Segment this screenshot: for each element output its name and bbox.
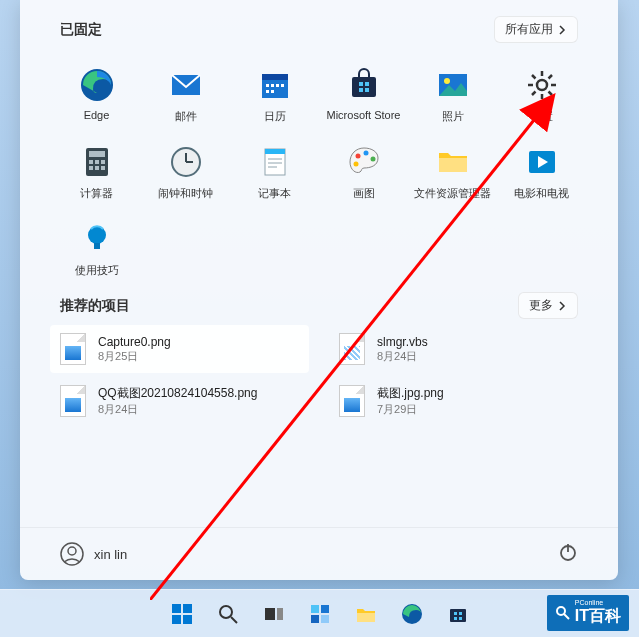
store-button[interactable]	[438, 594, 478, 634]
app-edge[interactable]: Edge	[52, 59, 141, 132]
file-name: Capture0.png	[98, 335, 171, 349]
folder-icon	[354, 602, 378, 626]
search-icon	[555, 605, 571, 621]
photos-icon	[435, 67, 471, 103]
calculator-icon	[79, 144, 115, 180]
notepad-icon	[257, 144, 293, 180]
svg-rect-61	[265, 608, 275, 620]
svg-rect-4	[266, 84, 269, 87]
svg-point-16	[444, 78, 450, 84]
all-apps-button[interactable]: 所有应用	[494, 16, 578, 43]
app-label: 使用技巧	[75, 263, 119, 278]
recommended-item[interactable]: slmgr.vbs 8月24日	[329, 325, 588, 373]
file-date: 8月25日	[98, 349, 171, 364]
svg-rect-66	[321, 615, 329, 623]
svg-rect-65	[311, 615, 319, 623]
recommended-header: 推荐的项目 更多	[20, 286, 618, 325]
app-label: Edge	[84, 109, 110, 121]
svg-rect-14	[365, 88, 369, 92]
svg-line-25	[532, 92, 536, 96]
svg-rect-9	[271, 90, 274, 93]
user-account-button[interactable]: xin lin	[60, 542, 127, 566]
watermark-big: IT百科	[575, 606, 621, 627]
svg-rect-56	[183, 604, 192, 613]
svg-line-24	[548, 75, 552, 79]
svg-rect-3	[262, 74, 288, 80]
app-tips[interactable]: 使用技巧	[52, 213, 141, 286]
svg-rect-71	[459, 612, 462, 615]
app-mail[interactable]: 邮件	[141, 59, 230, 132]
edge-icon	[400, 602, 424, 626]
watermark-small: PConline	[575, 599, 621, 606]
widgets-button[interactable]	[300, 594, 340, 634]
user-icon	[60, 542, 84, 566]
edge-button[interactable]	[392, 594, 432, 634]
widgets-icon	[309, 603, 331, 625]
svg-rect-73	[459, 617, 462, 620]
app-notepad[interactable]: 记事本	[230, 136, 319, 209]
more-label: 更多	[529, 297, 553, 314]
app-label: 记事本	[258, 186, 291, 201]
gear-icon	[524, 67, 560, 103]
svg-rect-63	[311, 605, 319, 613]
svg-rect-62	[277, 608, 283, 620]
svg-line-75	[564, 614, 569, 619]
all-apps-label: 所有应用	[505, 21, 553, 38]
svg-rect-13	[359, 88, 363, 92]
power-icon	[558, 542, 578, 562]
svg-rect-67	[357, 613, 375, 622]
svg-rect-46	[439, 158, 467, 172]
svg-point-43	[363, 151, 368, 156]
svg-rect-70	[454, 612, 457, 615]
svg-rect-10	[352, 77, 376, 97]
power-button[interactable]	[558, 542, 578, 566]
image-file-icon	[60, 333, 86, 365]
app-settings[interactable]: 设置	[497, 59, 586, 132]
file-date: 7月29日	[377, 402, 444, 417]
paint-icon	[346, 144, 382, 180]
explorer-button[interactable]	[346, 594, 386, 634]
app-explorer[interactable]: 文件资源管理器	[408, 136, 497, 209]
recommended-item[interactable]: QQ截图20210824104558.png 8月24日	[50, 377, 309, 425]
app-clock[interactable]: 闹钟和时钟	[141, 136, 230, 209]
svg-rect-32	[95, 166, 99, 170]
app-calculator[interactable]: 计算器	[52, 136, 141, 209]
pinned-grid: Edge 邮件 日历 Microsoft Store 照片	[20, 51, 618, 286]
app-label: Microsoft Store	[327, 109, 401, 121]
app-store[interactable]: Microsoft Store	[319, 59, 408, 132]
svg-rect-12	[365, 82, 369, 86]
svg-point-74	[557, 607, 565, 615]
svg-point-17	[537, 80, 547, 90]
recommended-item[interactable]: Capture0.png 8月25日	[50, 325, 309, 373]
start-button[interactable]	[162, 594, 202, 634]
store-icon	[447, 603, 469, 625]
app-calendar[interactable]: 日历	[230, 59, 319, 132]
more-button[interactable]: 更多	[518, 292, 578, 319]
app-label: 电影和电视	[514, 186, 569, 201]
script-file-icon	[339, 333, 365, 365]
file-date: 8月24日	[98, 402, 257, 417]
tips-icon	[79, 221, 115, 257]
svg-rect-11	[359, 82, 363, 86]
svg-rect-28	[89, 160, 93, 164]
svg-rect-38	[265, 149, 285, 154]
recommended-item[interactable]: 截图.jpg.png 7月29日	[329, 377, 588, 425]
svg-rect-29	[95, 160, 99, 164]
app-label: 画图	[353, 186, 375, 201]
svg-rect-72	[454, 617, 457, 620]
app-label: 日历	[264, 109, 286, 124]
app-movies[interactable]: 电影和电视	[497, 136, 586, 209]
svg-rect-8	[266, 90, 269, 93]
svg-rect-7	[281, 84, 284, 87]
search-button[interactable]	[208, 594, 248, 634]
movies-icon	[524, 144, 560, 180]
svg-rect-49	[94, 243, 100, 249]
app-photos[interactable]: 照片	[408, 59, 497, 132]
pinned-header: 已固定 所有应用	[20, 0, 618, 51]
app-paint[interactable]: 画图	[319, 136, 408, 209]
svg-point-59	[220, 606, 232, 618]
search-icon	[217, 603, 239, 625]
svg-line-60	[231, 617, 237, 623]
taskview-button[interactable]	[254, 594, 294, 634]
store-icon	[346, 67, 382, 103]
